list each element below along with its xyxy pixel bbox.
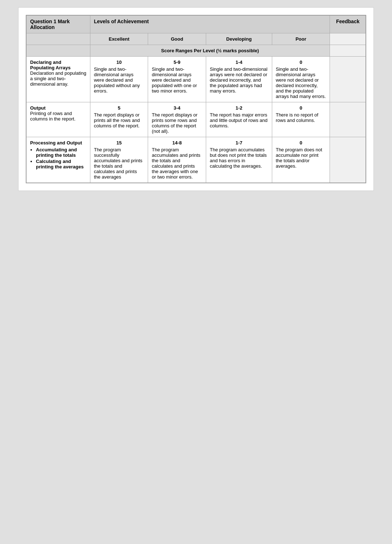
good-header: Good — [148, 33, 206, 45]
row2-excellent: 5 The report displays or prints all the … — [90, 102, 148, 137]
row1-developing: 1-4 Single and two-dimensional arrays we… — [206, 57, 272, 102]
rubric-table: Question 1 Mark Allocation Levels of Ach… — [26, 15, 366, 183]
bullet-2: Calculating and printing the averages — [36, 159, 86, 169]
row2-poor: 0 There is no report of rows and columns… — [272, 102, 330, 137]
developing-header: Developing — [206, 33, 272, 45]
row2-label: Output Printing of rows and columns in t… — [26, 102, 90, 137]
page: Question 1 Mark Allocation Levels of Ach… — [18, 7, 374, 191]
table-row: Output Printing of rows and columns in t… — [26, 102, 366, 137]
empty-cell-2 — [26, 45, 90, 57]
feedback-sub — [330, 33, 366, 45]
empty-cell-1 — [26, 33, 90, 45]
row3-bullets: Accumulating and printing the totals Cal… — [30, 147, 86, 169]
col2-header: Levels of Achievement — [90, 15, 330, 33]
feedback-header: Feedback — [330, 15, 366, 33]
poor-header: Poor — [272, 33, 330, 45]
row3-developing: 1-7 The program accumulates but does not… — [206, 137, 272, 183]
row3-label: Processing and Output Accumulating and p… — [26, 137, 90, 183]
row3-poor: 0 The program does not accumulate nor pr… — [272, 137, 330, 183]
row1-label: Declaring and Populating Arrays Declarat… — [26, 57, 90, 102]
row3-excellent: 15 The program successfully accumulates … — [90, 137, 148, 183]
col1-header: Question 1 Mark Allocation — [26, 15, 90, 33]
row2-good: 3-4 The report displays or prints some r… — [148, 102, 206, 137]
row1-feedback — [330, 57, 366, 102]
row1-poor: 0 Single and two-dimensional arrays were… — [272, 57, 330, 102]
table-row: Processing and Output Accumulating and p… — [26, 137, 366, 183]
score-ranges: Score Ranges Per Level (½ marks possible… — [90, 45, 330, 57]
feedback-header-text: Feedback — [336, 19, 360, 24]
row3-good: 14-8 The program accumulates and prints … — [148, 137, 206, 183]
row3-feedback — [330, 137, 366, 183]
feedback-score-row — [330, 45, 366, 57]
table-row: Declaring and Populating Arrays Declarat… — [26, 57, 366, 102]
row2-feedback — [330, 102, 366, 137]
row1-good: 5-9 Single and two-dimensional arrays we… — [148, 57, 206, 102]
excellent-header: Excellent — [90, 33, 148, 45]
col2-header-text: Levels of Achievement — [94, 19, 149, 24]
row1-excellent: 10 Single and two-dimensional arrays wer… — [90, 57, 148, 102]
col1-header-text: Question 1 Mark Allocation — [30, 19, 70, 30]
bullet-1: Accumulating and printing the totals — [36, 147, 86, 158]
row2-developing: 1-2 The report has major errors and litt… — [206, 102, 272, 137]
